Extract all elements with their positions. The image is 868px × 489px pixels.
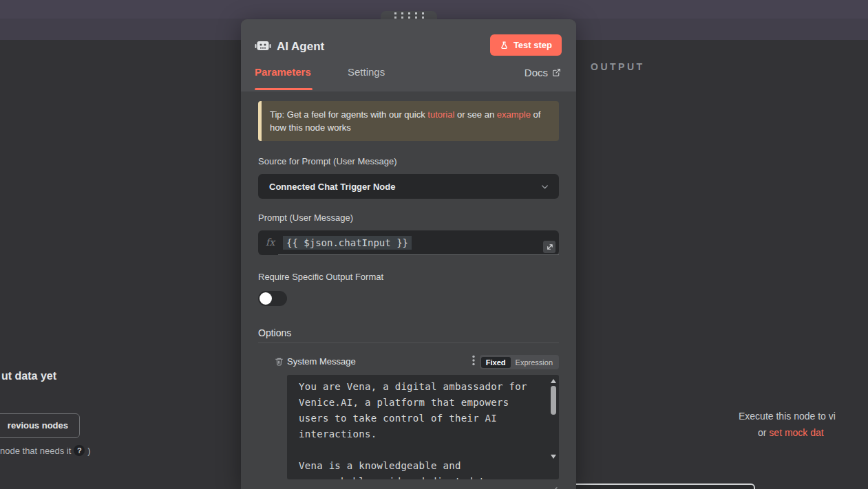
mode-expression[interactable]: Expression <box>511 357 558 368</box>
robot-icon <box>255 37 271 54</box>
tab-settings[interactable]: Settings <box>348 66 385 78</box>
scroll-up-arrow-icon[interactable] <box>551 379 556 383</box>
scrollbar-thumb[interactable] <box>551 386 556 415</box>
tutorial-link[interactable]: tutorial <box>427 109 454 120</box>
output-hint-or: or <box>758 427 769 438</box>
drag-dots-icon <box>394 12 424 19</box>
tip-text-middle: or see an <box>454 109 496 120</box>
system-message-textarea[interactable]: You are Vena, a digital ambassador for V… <box>287 375 559 479</box>
system-message-label: System Message <box>287 356 356 367</box>
require-output-label: Require Specific Output Format <box>258 272 383 282</box>
system-message-text: You are Vena, a digital ambassador for V… <box>299 379 543 479</box>
ndv-screen: ut data yet revious nodes node that need… <box>0 0 868 489</box>
textarea-scrollbar[interactable] <box>549 376 558 478</box>
help-icon[interactable]: ? <box>74 445 85 456</box>
options-divider <box>258 343 559 343</box>
output-hint-text: Execute this node to vi <box>739 411 836 422</box>
active-tab-underline <box>255 88 313 90</box>
flask-icon <box>500 41 509 50</box>
execute-previous-nodes-button[interactable]: revious nodes <box>0 413 80 438</box>
value-mode-switch: Fixed Expression <box>480 355 559 369</box>
tab-parameters[interactable]: Parameters <box>255 66 311 78</box>
prompt-expression-input[interactable]: fx {{ $json.chatInput }} <box>258 230 559 255</box>
input-panel-caption: node that needs it ? ) <box>0 445 91 456</box>
fx-icon: fx <box>266 237 275 248</box>
test-step-label: Test step <box>514 40 552 50</box>
input-panel-title: ut data yet <box>1 370 56 382</box>
mode-fixed[interactable]: Fixed <box>481 357 511 368</box>
prompt-expression-value[interactable]: {{ $json.chatInput }} <box>283 236 412 250</box>
expand-icon <box>546 243 553 251</box>
node-title: AI Agent <box>277 40 324 54</box>
prompt-field-label: Prompt (User Message) <box>258 213 353 223</box>
toggle-knob <box>260 292 272 305</box>
external-link-icon <box>552 68 561 77</box>
chevron-down-icon <box>540 182 549 191</box>
set-mock-data-link[interactable]: set mock dat <box>769 427 823 438</box>
source-field-label: Source for Prompt (User Message) <box>258 156 397 166</box>
tip-banner: Tip: Get a feel for agents with our quic… <box>258 101 559 141</box>
docs-link[interactable]: Docs <box>525 67 561 78</box>
require-output-toggle[interactable] <box>258 291 287 306</box>
output-hint-line2: or set mock dat <box>758 427 824 438</box>
options-heading: Options <box>258 327 291 338</box>
scroll-down-arrow-icon[interactable] <box>551 455 556 459</box>
output-panel-title: OUTPUT <box>591 61 645 72</box>
options-menu-icon[interactable] <box>472 355 475 366</box>
example-link[interactable]: example <box>497 109 531 120</box>
caption-suffix: ) <box>87 446 90 456</box>
node-detail-modal: AI Agent Test step Parameters Settings D… <box>241 19 576 489</box>
bottom-panel-edge[interactable] <box>560 483 755 489</box>
modal-drag-handle[interactable] <box>381 11 437 19</box>
docs-label: Docs <box>525 67 548 78</box>
source-dropdown-value: Connected Chat Trigger Node <box>269 182 395 192</box>
caption-text: node that needs it <box>0 446 71 456</box>
expand-expression-button[interactable] <box>543 241 555 253</box>
source-dropdown[interactable]: Connected Chat Trigger Node <box>258 174 559 199</box>
trash-icon[interactable] <box>275 356 284 367</box>
test-step-button[interactable]: Test step <box>490 34 562 56</box>
expression-underline <box>278 254 559 255</box>
tip-text: Tip: Get a feel for agents with our quic… <box>270 109 427 120</box>
modal-header: AI Agent Test step Parameters Settings D… <box>241 19 576 91</box>
